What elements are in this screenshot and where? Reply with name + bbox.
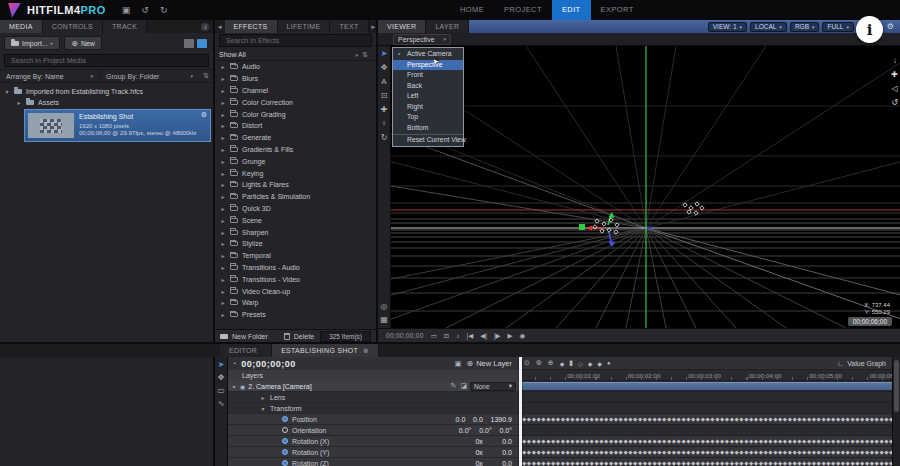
effect-category-row[interactable]: ▸ Audio	[215, 61, 376, 73]
close-tab-icon[interactable]: ⊗	[363, 347, 369, 354]
collapse-arrow-icon[interactable]: ▸	[220, 229, 226, 236]
effect-category-row[interactable]: ▸ Grunge	[215, 155, 376, 167]
viewport-edge-icon[interactable]: ↺	[891, 98, 898, 107]
keyframe-option-icon[interactable]: ◆	[597, 360, 602, 367]
effect-category-row[interactable]: ▸ Temporal	[215, 250, 376, 262]
effect-category-row[interactable]: ▸ Transitions - Audio	[215, 262, 376, 274]
effect-category-row[interactable]: ▸ Generate	[215, 132, 376, 144]
prev-keyframe-icon[interactable]: ◆	[560, 360, 565, 367]
property-values[interactable]: 0x 0.0	[475, 449, 520, 456]
property-values[interactable]: 0x 0.0	[475, 438, 520, 445]
view-menu-item[interactable]: Left	[393, 91, 463, 102]
collapse-arrow-icon[interactable]: ▸	[220, 217, 226, 224]
property-values[interactable]: 0.0 0.0 1390.9	[456, 416, 520, 423]
topbar-icon[interactable]: ▣	[122, 5, 131, 15]
main-nav-tab[interactable]: EXPORT	[591, 0, 644, 20]
collapse-arrow-icon[interactable]: ▸	[220, 205, 226, 212]
stopwatch-icon[interactable]	[282, 416, 288, 422]
main-nav-tab[interactable]: EDIT	[552, 0, 591, 20]
scrollbar-thumb[interactable]	[894, 360, 899, 412]
arrange-by-dropdown[interactable]: Arrange By: Name▾	[0, 70, 99, 82]
viewport-edge-icon[interactable]: ↓	[891, 56, 898, 65]
collapse-arrow-icon[interactable]: ▸	[220, 170, 226, 177]
timeline-property-row[interactable]: Rotation (Z) 0x 0.0 ◆◆◆◆◆◆◆◆◆◆◆◆◆◆◆◆◆◆◆◆…	[228, 458, 892, 466]
collapse-arrow-icon[interactable]: ▸	[220, 252, 226, 259]
transport-icon[interactable]: ◉	[520, 332, 526, 340]
collapse-arrow-icon[interactable]: ▸	[220, 99, 226, 106]
timeline-property-row[interactable]: Rotation (Y) 0x 0.0 ◆◆◆◆◆◆◆◆◆◆◆◆◆◆◆◆◆◆◆◆…	[228, 447, 892, 458]
timeline-property-row[interactable]: Orientation 0.0° 0.0° 0.0°	[228, 425, 892, 436]
timeline-property-row[interactable]: Transform	[228, 403, 892, 414]
viewer-panel-tab[interactable]: LAYER	[426, 20, 469, 33]
tab-scroll-left-icon[interactable]: ◂	[215, 20, 225, 33]
keyframe-stream[interactable]	[520, 425, 892, 436]
view-menu-item[interactable]: Right	[393, 102, 463, 113]
topbar-icon[interactable]: ↺	[141, 5, 149, 15]
collapse-arrow-icon[interactable]: ▸	[220, 87, 226, 94]
transport-icon[interactable]: ◀|	[480, 332, 487, 340]
keyframe-stream[interactable]	[520, 403, 892, 414]
expand-arrow-icon[interactable]: ▾	[4, 88, 10, 95]
timeline-property-row[interactable]: Position 0.0 0.0 1390.9 ◆◆◆◆◆◆◆◆◆◆◆◆◆◆◆◆…	[228, 414, 892, 425]
topbar-icon[interactable]: ↻	[160, 5, 168, 15]
blend-mode-dropdown[interactable]: None ▾	[470, 382, 516, 391]
viewer-option-dropdown[interactable]: FULL▾	[822, 22, 853, 32]
transport-icon[interactable]: ⊡	[444, 332, 449, 340]
main-nav-tab[interactable]: PROJECT	[494, 0, 552, 20]
main-nav-tab[interactable]: HOME	[450, 0, 494, 20]
effect-category-row[interactable]: ▸ Blurs	[215, 73, 376, 85]
add-keyframe-icon[interactable]: ◇	[578, 360, 583, 367]
transport-icon[interactable]: |◀	[467, 332, 474, 340]
zoom-in-icon[interactable]: ⊕	[548, 359, 554, 367]
viewer-bottom-tool[interactable]: ◎	[381, 302, 388, 311]
collapse-arrow-icon[interactable]: ▸	[220, 63, 226, 70]
panel-menu-icon[interactable]: i	[201, 23, 209, 31]
collapse-arrow-icon[interactable]: ▸	[220, 240, 226, 247]
media-panel-tab[interactable]: MEDIA	[0, 20, 43, 33]
effects-panel-tab[interactable]: EFFECTS	[225, 20, 278, 33]
import-caret-icon[interactable]: ▸	[51, 40, 54, 46]
viewer-tool[interactable]: ✚	[381, 105, 388, 114]
thumbnail-view-icon[interactable]	[184, 39, 194, 48]
viewer-option-dropdown[interactable]: RGB▾	[790, 22, 820, 32]
collapse-arrow-icon[interactable]: ▸	[220, 288, 226, 295]
view-menu-item[interactable]: Reset Current View	[393, 134, 463, 145]
effect-category-row[interactable]: ▸ Gradients & Fills	[215, 144, 376, 156]
keyframe-record-icon[interactable]: ●	[607, 360, 611, 366]
transport-icon[interactable]: ♪	[456, 332, 459, 340]
row-arrow-icon[interactable]	[260, 394, 266, 401]
effect-category-row[interactable]: ▸ Video Clean-up	[215, 285, 376, 297]
collapse-arrow-icon[interactable]: ▸	[220, 122, 226, 129]
viewer-tool[interactable]: ↻	[381, 133, 388, 142]
keyframe-stream[interactable]: ◆◆◆◆◆◆◆◆◆◆◆◆◆◆◆◆◆◆◆◆◆◆◆◆◆◆◆◆◆◆◆◆◆◆◆◆◆◆◆◆…	[520, 447, 892, 458]
collapse-arrow-icon[interactable]: ▸	[220, 299, 226, 306]
next-keyframe-icon[interactable]: ◆	[588, 360, 593, 367]
mask-icon[interactable]: ◪	[460, 382, 467, 390]
effect-category-row[interactable]: ▸ Quick 3D	[215, 203, 376, 215]
view-menu-item[interactable]: Top	[393, 112, 463, 123]
viewport-edge-icon[interactable]: ◁	[891, 84, 898, 93]
timeline-tool[interactable]: ✥	[218, 373, 225, 382]
list-view-icon[interactable]	[197, 39, 207, 48]
time-ruler[interactable]: 00;00;01;0000;00;02;0000;00;03;0000;00;0…	[520, 370, 892, 381]
viewport-canvas[interactable]: ↓✚◁↺ X: 737.44 Y: 550.29 00;00;06;00	[391, 46, 900, 328]
timeline-tab[interactable]: EDITOR	[220, 344, 272, 357]
keyframe-stream[interactable]: ◆◆◆◆◆◆◆◆◆◆◆◆◆◆◆◆◆◆◆◆◆◆◆◆◆◆◆◆◆◆◆◆◆◆◆◆◆◆◆◆…	[520, 458, 892, 466]
effect-category-row[interactable]: ▸ Transitions - Video	[215, 273, 376, 285]
collapse-arrow-icon[interactable]: ▸	[220, 193, 226, 200]
sort-icon[interactable]: ⇅	[358, 51, 372, 59]
tree-row-root-folder[interactable]: ▾ Imported from Establishing Track.hfcs	[0, 86, 213, 97]
effect-category-row[interactable]: ▸ Presets	[215, 309, 376, 321]
new-folder-button[interactable]: New Folder	[232, 333, 268, 340]
collapse-arrow-icon[interactable]: ▸	[220, 134, 226, 141]
show-all-dropdown[interactable]: Show All	[219, 51, 246, 58]
pencil-icon[interactable]: ✎	[451, 382, 457, 390]
stopwatch-icon[interactable]	[282, 449, 288, 455]
viewer-bottom-tool[interactable]: ▦	[380, 315, 388, 324]
collapse-arrow-icon[interactable]: ▸	[220, 264, 226, 271]
effect-category-row[interactable]: ▸ Color Correction	[215, 96, 376, 108]
viewport-edge-icon[interactable]: ✚	[891, 70, 898, 79]
timeline-property-row[interactable]: Rotation (X) 0x 0.0 ◆◆◆◆◆◆◆◆◆◆◆◆◆◆◆◆◆◆◆◆…	[228, 436, 892, 447]
snapshot-icon[interactable]: ▣	[455, 360, 462, 368]
view-select-button[interactable]: Perspective ▾	[393, 34, 451, 45]
